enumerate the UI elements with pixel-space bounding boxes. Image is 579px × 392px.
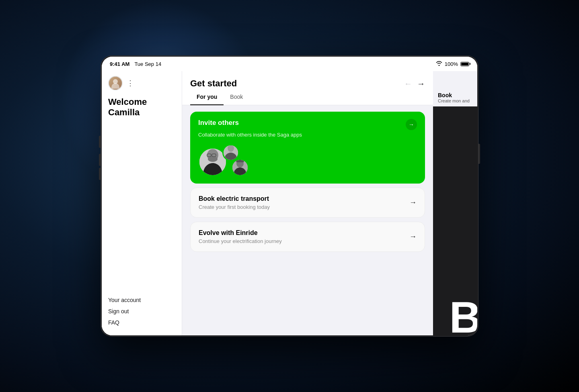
tab-for-you[interactable]: For you xyxy=(190,89,224,105)
invite-card[interactable]: Invite others → Collaborate with others … xyxy=(190,112,425,184)
svg-point-2 xyxy=(208,156,218,162)
person-avatar-3 xyxy=(231,159,249,176)
get-started-title: Get started xyxy=(190,78,237,89)
right-panel-tab-subtitle: Create mon and xyxy=(438,98,472,103)
sidebar: ⋮ Welcome Camilla Your account Sign out … xyxy=(102,71,182,335)
cards-area: Invite others → Collaborate with others … xyxy=(182,105,433,335)
evolve-card-subtitle: Continue your electrification journey xyxy=(199,238,282,244)
invite-card-arrow[interactable]: → xyxy=(406,119,417,130)
wifi-icon xyxy=(436,61,442,67)
nav-arrows: ← → xyxy=(404,79,425,88)
right-panel-top: Book Create mon and xyxy=(433,71,477,106)
evolve-card[interactable]: Evolve with Einride Continue your electr… xyxy=(190,222,425,252)
invite-card-header: Invite others → xyxy=(198,119,417,130)
status-time: 9:41 AM xyxy=(110,61,129,67)
nav-forward-arrow[interactable]: → xyxy=(417,79,425,88)
main-content: Get started ← → For you Book xyxy=(182,71,433,335)
person-avatar-2 xyxy=(222,144,239,161)
sidebar-bottom-links: Your account Sign out FAQ xyxy=(108,295,175,327)
right-panel: Book Create mon and B xyxy=(433,71,477,335)
evolve-card-arrow[interactable]: → xyxy=(409,233,417,241)
tablet-device: 9:41 AM Tue Sep 14 100% xyxy=(101,55,478,337)
status-icons: 100% xyxy=(436,61,469,67)
big-b-letter: B xyxy=(450,295,477,335)
battery-percentage: 100% xyxy=(445,61,458,67)
welcome-heading: Welcome Camilla xyxy=(108,97,175,118)
transport-card-arrow[interactable]: → xyxy=(409,198,417,207)
sidebar-header: ⋮ xyxy=(108,76,175,90)
transport-card-content: Book electric transport Create your firs… xyxy=(199,195,270,210)
right-panel-tab-title: Book xyxy=(438,92,472,98)
app-content: ⋮ Welcome Camilla Your account Sign out … xyxy=(102,71,477,335)
nav-back-arrow[interactable]: ← xyxy=(404,79,412,88)
status-bar: 9:41 AM Tue Sep 14 100% xyxy=(102,57,477,71)
sidebar-link-faq[interactable]: FAQ xyxy=(108,318,175,327)
tabs-row: For you Book xyxy=(182,89,433,105)
invite-avatar-group xyxy=(198,144,417,176)
invite-card-subtitle: Collaborate with others inside the Saga … xyxy=(198,132,417,138)
right-panel-dark: B xyxy=(433,106,477,335)
sidebar-link-account[interactable]: Your account xyxy=(108,295,175,305)
transport-card[interactable]: Book electric transport Create your firs… xyxy=(190,188,425,218)
evolve-card-content: Evolve with Einride Continue your electr… xyxy=(199,229,282,244)
menu-dots-button[interactable]: ⋮ xyxy=(127,79,134,88)
tab-book[interactable]: Book xyxy=(224,89,249,105)
tablet-screen: 9:41 AM Tue Sep 14 100% xyxy=(102,57,477,335)
evolve-card-title: Evolve with Einride xyxy=(199,229,282,237)
transport-card-title: Book electric transport xyxy=(199,195,270,202)
transport-card-subtitle: Create your first booking today xyxy=(199,204,270,210)
status-date: Tue Sep 14 xyxy=(134,61,161,67)
avatar[interactable] xyxy=(108,76,123,90)
tabs-container: For you Book xyxy=(182,89,433,105)
invite-card-title: Invite others xyxy=(198,119,239,127)
get-started-header: Get started ← → xyxy=(182,71,433,89)
battery-icon xyxy=(460,62,469,66)
sidebar-link-signout[interactable]: Sign out xyxy=(108,306,175,316)
